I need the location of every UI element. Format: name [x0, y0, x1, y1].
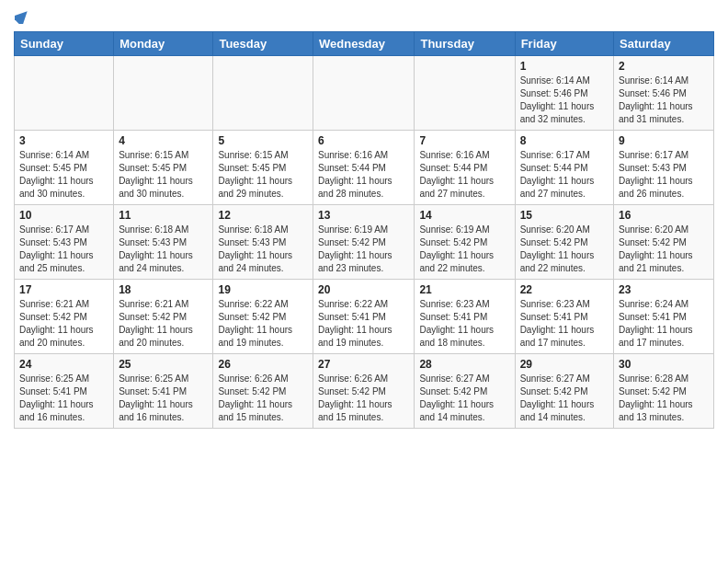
- day-info: Sunrise: 6:28 AM Sunset: 5:42 PM Dayligh…: [619, 373, 709, 424]
- calendar-header-row: SundayMondayTuesdayWednesdayThursdayFrid…: [15, 32, 714, 56]
- calendar-cell: 20Sunrise: 6:22 AM Sunset: 5:41 PM Dayli…: [313, 280, 415, 354]
- calendar-cell: 9Sunrise: 6:17 AM Sunset: 5:43 PM Daylig…: [614, 131, 714, 205]
- day-number: 19: [218, 283, 308, 296]
- calendar-week-3: 17Sunrise: 6:21 AM Sunset: 5:42 PM Dayli…: [15, 280, 714, 354]
- calendar-cell: 12Sunrise: 6:18 AM Sunset: 5:43 PM Dayli…: [213, 205, 313, 280]
- calendar-cell: 13Sunrise: 6:19 AM Sunset: 5:42 PM Dayli…: [313, 205, 415, 280]
- calendar-cell: 28Sunrise: 6:27 AM Sunset: 5:42 PM Dayli…: [415, 354, 515, 429]
- calendar-cell: 30Sunrise: 6:28 AM Sunset: 5:42 PM Dayli…: [614, 354, 714, 429]
- day-number: 4: [119, 134, 208, 147]
- day-number: 28: [419, 358, 509, 371]
- day-number: 16: [619, 209, 709, 222]
- day-info: Sunrise: 6:16 AM Sunset: 5:44 PM Dayligh…: [318, 149, 409, 201]
- day-number: 9: [619, 134, 709, 147]
- calendar-cell: [415, 56, 515, 131]
- day-info: Sunrise: 6:20 AM Sunset: 5:42 PM Dayligh…: [520, 224, 609, 275]
- calendar-week-2: 10Sunrise: 6:17 AM Sunset: 5:43 PM Dayli…: [15, 205, 714, 280]
- header: [14, 9, 714, 24]
- day-number: 26: [218, 358, 308, 371]
- calendar-cell: 14Sunrise: 6:19 AM Sunset: 5:42 PM Dayli…: [415, 205, 515, 280]
- day-info: Sunrise: 6:17 AM Sunset: 5:44 PM Dayligh…: [520, 149, 609, 201]
- day-number: 18: [119, 283, 208, 296]
- calendar-cell: 17Sunrise: 6:21 AM Sunset: 5:42 PM Dayli…: [15, 280, 114, 354]
- calendar-cell: 11Sunrise: 6:18 AM Sunset: 5:43 PM Dayli…: [114, 205, 213, 280]
- day-info: Sunrise: 6:21 AM Sunset: 5:42 PM Dayligh…: [19, 298, 108, 350]
- day-number: 17: [19, 283, 108, 296]
- day-number: 21: [419, 283, 509, 296]
- day-number: 29: [520, 358, 609, 371]
- calendar-table: SundayMondayTuesdayWednesdayThursdayFrid…: [14, 31, 714, 429]
- calendar-cell: 5Sunrise: 6:15 AM Sunset: 5:45 PM Daylig…: [213, 131, 313, 205]
- calendar-week-1: 3Sunrise: 6:14 AM Sunset: 5:45 PM Daylig…: [15, 131, 714, 205]
- day-info: Sunrise: 6:25 AM Sunset: 5:41 PM Dayligh…: [119, 373, 208, 424]
- day-info: Sunrise: 6:25 AM Sunset: 5:41 PM Dayligh…: [19, 373, 108, 424]
- day-info: Sunrise: 6:18 AM Sunset: 5:43 PM Dayligh…: [119, 224, 208, 275]
- day-info: Sunrise: 6:26 AM Sunset: 5:42 PM Dayligh…: [318, 373, 409, 424]
- calendar-cell: 18Sunrise: 6:21 AM Sunset: 5:42 PM Dayli…: [114, 280, 213, 354]
- calendar-cell: 4Sunrise: 6:15 AM Sunset: 5:45 PM Daylig…: [114, 131, 213, 205]
- calendar-header-thursday: Thursday: [415, 32, 515, 56]
- calendar-cell: [15, 56, 114, 131]
- day-number: 13: [318, 209, 409, 222]
- calendar-cell: 23Sunrise: 6:24 AM Sunset: 5:41 PM Dayli…: [614, 280, 714, 354]
- calendar-cell: 6Sunrise: 6:16 AM Sunset: 5:44 PM Daylig…: [313, 131, 415, 205]
- day-number: 14: [419, 209, 509, 222]
- day-number: 25: [119, 358, 208, 371]
- day-number: 23: [619, 283, 709, 296]
- day-number: 30: [619, 358, 709, 371]
- calendar-cell: 29Sunrise: 6:27 AM Sunset: 5:42 PM Dayli…: [515, 354, 613, 429]
- day-number: 3: [19, 134, 108, 147]
- day-info: Sunrise: 6:27 AM Sunset: 5:42 PM Dayligh…: [520, 373, 609, 424]
- day-number: 22: [520, 283, 609, 296]
- page: SundayMondayTuesdayWednesdayThursdayFrid…: [0, 0, 728, 438]
- day-info: Sunrise: 6:22 AM Sunset: 5:42 PM Dayligh…: [218, 298, 308, 350]
- calendar-cell: 27Sunrise: 6:26 AM Sunset: 5:42 PM Dayli…: [313, 354, 415, 429]
- day-info: Sunrise: 6:23 AM Sunset: 5:41 PM Dayligh…: [520, 298, 609, 350]
- calendar-cell: 2Sunrise: 6:14 AM Sunset: 5:46 PM Daylig…: [614, 56, 714, 131]
- day-info: Sunrise: 6:15 AM Sunset: 5:45 PM Dayligh…: [218, 149, 308, 201]
- day-number: 27: [318, 358, 409, 371]
- day-info: Sunrise: 6:21 AM Sunset: 5:42 PM Dayligh…: [119, 298, 208, 350]
- day-number: 24: [19, 358, 108, 371]
- calendar-header-wednesday: Wednesday: [313, 32, 415, 56]
- day-number: 12: [218, 209, 308, 222]
- day-info: Sunrise: 6:16 AM Sunset: 5:44 PM Dayligh…: [419, 149, 509, 201]
- day-number: 5: [218, 134, 308, 147]
- calendar-header-friday: Friday: [515, 32, 613, 56]
- calendar-cell: 24Sunrise: 6:25 AM Sunset: 5:41 PM Dayli…: [15, 354, 114, 429]
- calendar-cell: 25Sunrise: 6:25 AM Sunset: 5:41 PM Dayli…: [114, 354, 213, 429]
- calendar-header-sunday: Sunday: [15, 32, 114, 56]
- day-number: 11: [119, 209, 208, 222]
- svg-marker-0: [15, 9, 29, 24]
- day-number: 1: [520, 60, 609, 73]
- day-info: Sunrise: 6:19 AM Sunset: 5:42 PM Dayligh…: [318, 224, 409, 275]
- calendar-header-saturday: Saturday: [614, 32, 714, 56]
- day-info: Sunrise: 6:14 AM Sunset: 5:46 PM Dayligh…: [520, 75, 609, 126]
- calendar-cell: 7Sunrise: 6:16 AM Sunset: 5:44 PM Daylig…: [415, 131, 515, 205]
- calendar-cell: 19Sunrise: 6:22 AM Sunset: 5:42 PM Dayli…: [213, 280, 313, 354]
- day-info: Sunrise: 6:14 AM Sunset: 5:45 PM Dayligh…: [19, 149, 108, 201]
- day-number: 6: [318, 134, 409, 147]
- day-number: 2: [619, 60, 709, 73]
- calendar-cell: 26Sunrise: 6:26 AM Sunset: 5:42 PM Dayli…: [213, 354, 313, 429]
- day-info: Sunrise: 6:27 AM Sunset: 5:42 PM Dayligh…: [419, 373, 509, 424]
- calendar-cell: 15Sunrise: 6:20 AM Sunset: 5:42 PM Dayli…: [515, 205, 613, 280]
- calendar-cell: 16Sunrise: 6:20 AM Sunset: 5:42 PM Dayli…: [614, 205, 714, 280]
- day-number: 15: [520, 209, 609, 222]
- calendar-cell: 8Sunrise: 6:17 AM Sunset: 5:44 PM Daylig…: [515, 131, 613, 205]
- calendar-cell: [313, 56, 415, 131]
- calendar-cell: 3Sunrise: 6:14 AM Sunset: 5:45 PM Daylig…: [15, 131, 114, 205]
- day-number: 10: [19, 209, 108, 222]
- day-info: Sunrise: 6:14 AM Sunset: 5:46 PM Dayligh…: [619, 75, 709, 126]
- logo: [14, 9, 30, 24]
- day-number: 8: [520, 134, 609, 147]
- day-info: Sunrise: 6:22 AM Sunset: 5:41 PM Dayligh…: [318, 298, 409, 350]
- calendar-week-0: 1Sunrise: 6:14 AM Sunset: 5:46 PM Daylig…: [15, 56, 714, 131]
- calendar-header-monday: Monday: [114, 32, 213, 56]
- calendar-cell: 10Sunrise: 6:17 AM Sunset: 5:43 PM Dayli…: [15, 205, 114, 280]
- day-number: 7: [419, 134, 509, 147]
- day-info: Sunrise: 6:18 AM Sunset: 5:43 PM Dayligh…: [218, 224, 308, 275]
- logo-triangle-icon: [15, 9, 29, 24]
- day-info: Sunrise: 6:26 AM Sunset: 5:42 PM Dayligh…: [218, 373, 308, 424]
- calendar-week-4: 24Sunrise: 6:25 AM Sunset: 5:41 PM Dayli…: [15, 354, 714, 429]
